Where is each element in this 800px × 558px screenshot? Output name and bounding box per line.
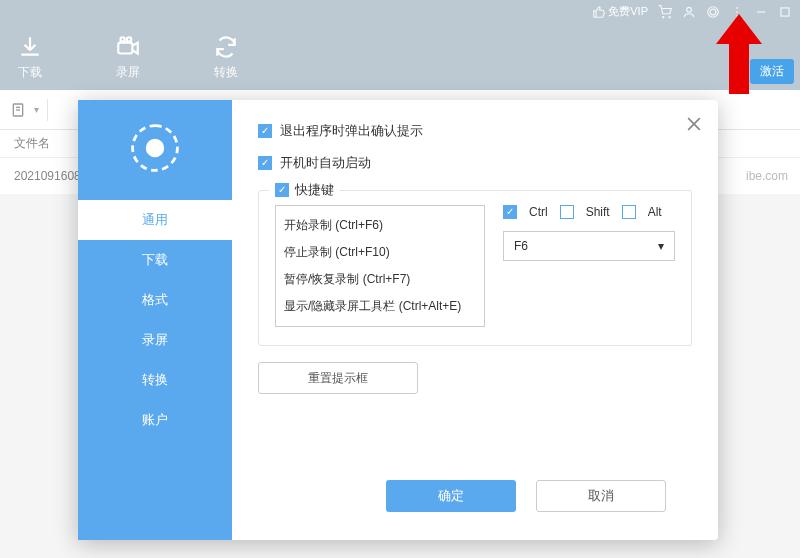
mod-shift-label: Shift (586, 205, 610, 219)
svg-point-11 (120, 37, 124, 41)
hotkeys-fieldset: ✓ 快捷键 开始录制 (Ctrl+F6) 停止录制 (Ctrl+F10) 暂停/… (258, 190, 692, 346)
sidebar-item-convert[interactable]: 转换 (78, 360, 232, 400)
dialog-footer: 确定 取消 (258, 466, 692, 526)
thumbs-up-icon (592, 5, 606, 19)
chevron-down-icon[interactable]: ▾ (34, 104, 39, 115)
hotkey-item[interactable]: 停止录制 (Ctrl+F10) (284, 239, 476, 266)
hotkeys-legend: ✓ 快捷键 (269, 181, 340, 199)
reset-prompts-button[interactable]: 重置提示框 (258, 362, 418, 394)
hotkey-item[interactable]: 开始录制 (Ctrl+F6) (284, 212, 476, 239)
svg-point-0 (663, 16, 664, 17)
ok-button[interactable]: 确定 (386, 480, 516, 512)
settings-sidebar: 通用 下载 格式 录屏 转换 账户 (78, 100, 232, 540)
annotation-arrow (716, 14, 762, 94)
mod-alt-label: Alt (648, 205, 662, 219)
camera-icon (115, 34, 141, 60)
svg-point-16 (147, 140, 163, 156)
option-label: 开机时自动启动 (280, 154, 371, 172)
download-icon (17, 34, 43, 60)
tab-record[interactable]: 录屏 (104, 34, 152, 81)
svg-point-2 (687, 7, 692, 12)
tab-label: 录屏 (116, 64, 140, 81)
user-icon[interactable] (682, 5, 696, 19)
svg-rect-9 (781, 7, 789, 15)
hotkey-item[interactable]: 暂停/恢复录制 (Ctrl+F7) (284, 266, 476, 293)
hotkey-list[interactable]: 开始录制 (Ctrl+F6) 停止录制 (Ctrl+F10) 暂停/恢复录制 (… (275, 205, 485, 327)
maximize-icon[interactable] (778, 5, 792, 19)
vip-label: 免费VIP (608, 4, 648, 19)
vip-button[interactable]: 免费VIP (592, 4, 648, 19)
settings-dialog: 通用 下载 格式 录屏 转换 账户 ✓ 退出程序时弹出确认提示 ✓ 开机时自动启… (78, 100, 718, 540)
titlebar-controls: 免费VIP (592, 4, 792, 19)
option-confirm-exit[interactable]: ✓ 退出程序时弹出确认提示 (258, 122, 692, 140)
checkbox-shift[interactable] (560, 205, 574, 219)
checkbox-alt[interactable] (622, 205, 636, 219)
option-label: 退出程序时弹出确认提示 (280, 122, 423, 140)
option-autostart[interactable]: ✓ 开机时自动启动 (258, 154, 692, 172)
svg-rect-10 (118, 42, 132, 53)
tab-download[interactable]: 下载 (6, 34, 54, 81)
divider (47, 99, 48, 121)
gear-icon (127, 120, 183, 176)
titlebar: 免费VIP (0, 0, 800, 24)
mod-ctrl-label: Ctrl (529, 205, 548, 219)
modifier-row: ✓ Ctrl Shift Alt (503, 205, 675, 219)
row-url: ibe.com (746, 169, 788, 183)
main-toolbar: 下载 录屏 转换 激活 (0, 24, 800, 90)
checkbox-icon: ✓ (258, 124, 272, 138)
row-id: 2021091608 (14, 169, 81, 183)
chevron-down-icon: ▾ (658, 239, 664, 253)
key-select-value: F6 (514, 239, 528, 253)
sidebar-item-record[interactable]: 录屏 (78, 320, 232, 360)
cart-icon[interactable] (658, 5, 672, 19)
sidebar-item-format[interactable]: 格式 (78, 280, 232, 320)
svg-point-5 (736, 7, 738, 9)
cancel-button[interactable]: 取消 (536, 480, 666, 512)
sidebar-item-download[interactable]: 下载 (78, 240, 232, 280)
settings-panel: ✓ 退出程序时弹出确认提示 ✓ 开机时自动启动 ✓ 快捷键 开始录制 (Ctrl… (232, 100, 718, 540)
sidebar-item-account[interactable]: 账户 (78, 400, 232, 440)
key-select[interactable]: F6 ▾ (503, 231, 675, 261)
convert-icon (213, 34, 239, 60)
hotkey-item[interactable]: 显示/隐藏录屏工具栏 (Ctrl+Alt+E) (284, 293, 476, 320)
close-icon[interactable] (684, 114, 704, 134)
document-icon[interactable] (10, 102, 26, 118)
svg-point-6 (736, 11, 738, 13)
tab-convert[interactable]: 转换 (202, 34, 250, 81)
tab-label: 转换 (214, 64, 238, 81)
checkbox-icon: ✓ (258, 156, 272, 170)
column-filename: 文件名 (14, 135, 50, 152)
legend-label: 快捷键 (295, 181, 334, 199)
svg-point-12 (127, 37, 131, 41)
checkbox-ctrl[interactable]: ✓ (503, 205, 517, 219)
sidebar-item-general[interactable]: 通用 (78, 200, 232, 240)
tab-label: 下载 (18, 64, 42, 81)
svg-point-1 (669, 16, 670, 17)
checkbox-icon[interactable]: ✓ (275, 183, 289, 197)
